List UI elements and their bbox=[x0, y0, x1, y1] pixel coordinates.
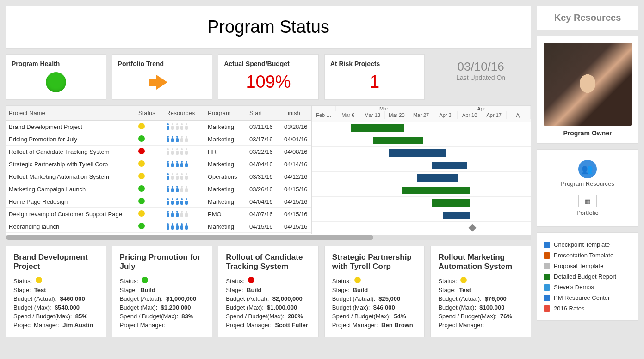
person-icon bbox=[180, 186, 184, 192]
table-row[interactable]: Marketing Campaign Launch Marketing 03/2… bbox=[6, 183, 311, 195]
portfolio-link[interactable]: ▦ Portfolio bbox=[576, 195, 599, 216]
card-spend-pct: Spend / Budget(Max): 83% bbox=[120, 313, 205, 320]
link-label: Steve's Demos bbox=[554, 284, 594, 291]
gantt-bar[interactable] bbox=[417, 174, 458, 182]
file-icon bbox=[544, 305, 550, 312]
kpi-risk-value: 1 bbox=[330, 72, 419, 92]
gantt-bar[interactable] bbox=[389, 149, 446, 157]
program-resources-link[interactable]: 👥 Program Resources bbox=[561, 160, 614, 187]
milestone-icon[interactable] bbox=[468, 224, 476, 232]
file-icon bbox=[544, 284, 550, 291]
person-icon bbox=[180, 148, 184, 155]
cell-status bbox=[136, 172, 163, 182]
cell-program: Marketing bbox=[205, 122, 247, 131]
table-row[interactable]: Design revamp of Customer Support Page P… bbox=[6, 208, 311, 220]
timeline-row bbox=[312, 122, 531, 134]
person-icon bbox=[166, 211, 170, 217]
cell-start: 03/26/16 bbox=[247, 185, 281, 194]
program-owner-card[interactable]: Program Owner bbox=[537, 36, 638, 144]
card-spend-pct: Spend / Budget(Max): 85% bbox=[13, 313, 99, 320]
resource-link[interactable]: Detailed Budget Report bbox=[544, 271, 632, 282]
card-budget-max: Budget (Max): $1,200,000 bbox=[120, 304, 205, 311]
person-icon bbox=[166, 136, 170, 142]
project-card[interactable]: Brand Development Project Status: Stage:… bbox=[6, 246, 106, 337]
cell-start: 04/15/16 bbox=[247, 222, 281, 231]
person-icon bbox=[185, 136, 188, 142]
person-icon bbox=[185, 123, 188, 130]
cell-finish: 04/15/16 bbox=[281, 222, 311, 231]
resource-link[interactable]: 2016 Rates bbox=[544, 303, 632, 314]
cell-name: Pricing Promotion for July bbox=[6, 135, 136, 144]
timeline-day: Mar 27 bbox=[409, 111, 433, 119]
gantt-bar[interactable] bbox=[443, 212, 470, 219]
table-row[interactable]: Rollout of Candidate Tracking System HR … bbox=[6, 146, 311, 158]
project-card[interactable]: Pricing Promotion for July Status: Stage… bbox=[112, 246, 213, 337]
timeline-header: MarApr Feb …Mar 6Mar 13Mar 20Mar 27Apr 3… bbox=[312, 106, 531, 122]
table-row[interactable]: Home Page Redesign Marketing 04/04/16 04… bbox=[6, 195, 311, 208]
status-dot-icon bbox=[354, 277, 361, 283]
table-row[interactable]: Brand Development Project Marketing 03/1… bbox=[6, 121, 311, 133]
table-row[interactable]: Rebranding launch Marketing 04/15/16 04/… bbox=[6, 220, 311, 233]
cell-finish: 04/12/16 bbox=[281, 172, 311, 181]
col-name[interactable]: Project Name bbox=[6, 106, 136, 120]
resource-link[interactable]: Proposal Template bbox=[544, 261, 632, 271]
cell-resources bbox=[163, 172, 205, 181]
card-budget-actual: Budget (Actual): $25,000 bbox=[332, 295, 417, 302]
table-row[interactable]: Pricing Promotion for July Marketing 03/… bbox=[6, 133, 311, 146]
resource-link[interactable]: Checkpoint Template bbox=[544, 239, 632, 250]
cell-finish: 04/15/16 bbox=[281, 197, 311, 206]
card-budget-actual: Budget (Actual): $1,000,000 bbox=[120, 295, 205, 302]
col-program[interactable]: Program bbox=[205, 106, 247, 120]
cell-start: 04/04/16 bbox=[247, 160, 281, 169]
col-resources[interactable]: Resources bbox=[163, 106, 205, 120]
health-status-icon bbox=[46, 72, 66, 92]
cell-finish: 04/08/16 bbox=[281, 147, 311, 156]
resource-link[interactable]: Presentation Template bbox=[544, 250, 632, 261]
link-label: Proposal Template bbox=[554, 262, 603, 269]
card-stage: Stage: Build bbox=[332, 286, 417, 293]
cell-start: 03/17/16 bbox=[247, 135, 281, 144]
project-card[interactable]: Rollout of Candidate Tracking System Sta… bbox=[218, 246, 319, 337]
person-icon bbox=[185, 148, 188, 155]
table-row[interactable]: Strategic Partnership with Tyrell Corp M… bbox=[6, 158, 311, 170]
cell-program: Marketing bbox=[205, 222, 247, 231]
kpi-health-label: Program Health bbox=[12, 60, 100, 67]
resource-link[interactable]: Steve's Demos bbox=[544, 282, 632, 292]
project-table: Project Name Status Resources Program St… bbox=[6, 105, 531, 240]
cell-status bbox=[136, 147, 163, 157]
cell-status bbox=[136, 209, 163, 219]
kpi-health: Program Health bbox=[6, 54, 106, 100]
gantt-bar[interactable] bbox=[432, 162, 467, 169]
col-start[interactable]: Start bbox=[247, 106, 281, 120]
link-label: 2016 Rates bbox=[554, 305, 585, 312]
card-title: Strategic Partnership with Tyrell Corp bbox=[332, 253, 417, 272]
status-dot-icon bbox=[138, 135, 145, 142]
gantt-bar[interactable] bbox=[351, 124, 404, 132]
resource-link[interactable]: PM Resource Center bbox=[544, 292, 632, 303]
col-finish[interactable]: Finish bbox=[281, 106, 311, 120]
status-dot-icon bbox=[36, 277, 42, 283]
card-stage: Stage: Build bbox=[226, 286, 311, 293]
status-dot-icon bbox=[138, 148, 145, 154]
cell-status bbox=[136, 184, 163, 194]
person-icon bbox=[185, 161, 188, 167]
card-spend-pct: Spend / Budget(Max): 76% bbox=[438, 313, 523, 320]
project-card[interactable]: Strategic Partnership with Tyrell Corp S… bbox=[324, 246, 425, 337]
col-status[interactable]: Status bbox=[136, 106, 163, 120]
person-icon bbox=[171, 123, 174, 130]
cell-name: Marketing Campaign Launch bbox=[6, 185, 136, 194]
gantt-bar[interactable] bbox=[432, 199, 469, 207]
project-card[interactable]: Rollout Marketing Automation System Stat… bbox=[430, 246, 531, 337]
gantt-bar[interactable] bbox=[373, 137, 423, 144]
cell-status bbox=[136, 197, 163, 207]
person-icon bbox=[180, 123, 184, 130]
timeline-row bbox=[312, 222, 531, 234]
horizontal-scrollbar[interactable] bbox=[6, 235, 531, 240]
gantt-bar[interactable] bbox=[402, 187, 470, 194]
cell-start: 04/07/16 bbox=[247, 210, 281, 219]
card-spend-pct: Spend / Budget(Max): 54% bbox=[332, 313, 417, 320]
card-status: Status: bbox=[226, 277, 311, 285]
card-pm: Project Manager: bbox=[438, 322, 523, 329]
table-row[interactable]: Rollout Marketing Automation System Oper… bbox=[6, 170, 311, 183]
cell-resources bbox=[163, 185, 205, 193]
